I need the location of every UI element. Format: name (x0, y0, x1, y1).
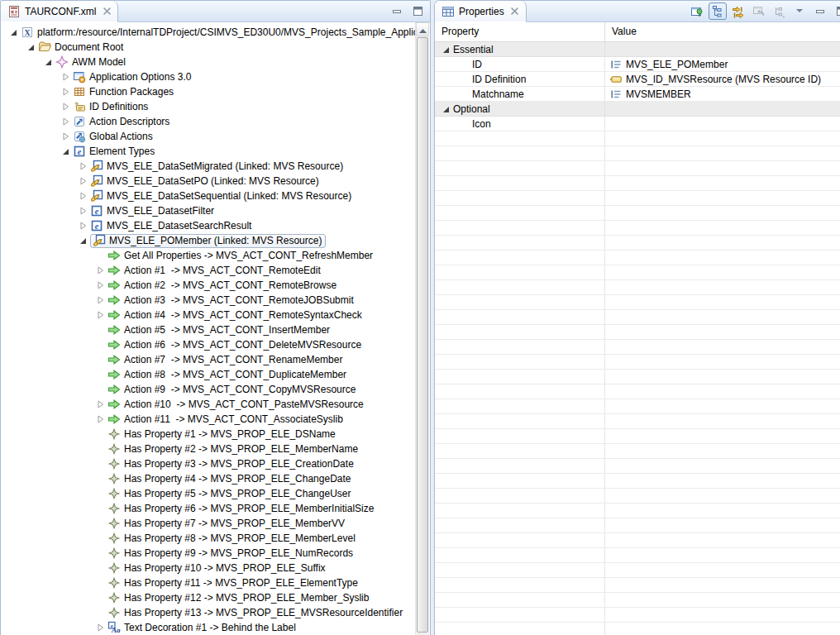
tree-row[interactable]: Has Property #12 -> MVS_PROP_ELE_Member_… (2, 590, 415, 605)
tree-item[interactable]: Has Property #2 -> MVS_PROP_ELE_MemberNa… (107, 442, 361, 456)
tree-row[interactable]: Action #7 -> MVS_ACT_CONT_RenameMember (2, 352, 415, 367)
collapse-icon[interactable] (440, 103, 451, 115)
expand-icon[interactable] (60, 101, 71, 112)
tree-item[interactable]: Action #8 -> MVS_ACT_CONT_DuplicateMembe… (107, 367, 350, 382)
tree-item[interactable]: Action #6 -> MVS_ACT_CONT_DeleteMVSResou… (107, 337, 365, 352)
expand-icon[interactable] (94, 399, 106, 410)
property-row[interactable]: MatchnameMVSMEMBER (435, 87, 840, 102)
category-row[interactable]: Essential (435, 42, 840, 57)
tree-row[interactable]: Application Options 3.0 (2, 69, 415, 84)
new-properties-view-button[interactable] (688, 2, 706, 20)
tree-item[interactable]: eAaText Decoration #1 -> Behind the Labe… (107, 620, 299, 635)
tree-item[interactable]: Get All Properties -> MVS_ACT_CONT_Refre… (107, 248, 376, 263)
tree-item[interactable]: Action #7 -> MVS_ACT_CONT_RenameMember (107, 352, 346, 367)
tree-row[interactable]: Action #10 -> MVS_ACT_CONT_PasteMVSResou… (2, 397, 415, 412)
collapse-icon[interactable] (42, 56, 54, 68)
property-row[interactable]: IDMVS_ELE_POMember (435, 57, 840, 72)
expand-icon[interactable] (94, 413, 106, 425)
maximize-icon[interactable] (836, 6, 840, 17)
tree-item[interactable]: Action #3 -> MVS_ACT_CONT_RemoteJOBSubmi… (107, 293, 357, 308)
collapse-icon[interactable] (60, 146, 71, 157)
tree-row[interactable]: Has Property #5 -> MVS_PROP_ELE_ChangeUs… (2, 486, 415, 501)
tree-row[interactable]: Has Property #10 -> MVS_PROP_ELE_Suffix (2, 561, 415, 575)
tree-item[interactable]: Document Root (38, 40, 126, 55)
expand-icon[interactable] (77, 190, 88, 202)
tree-item[interactable]: eMVS_ELE_DatasetSearchResult (90, 218, 255, 233)
tree-item[interactable]: Has Property #8 -> MVS_PROP_ELE_MemberLe… (107, 531, 359, 546)
tree-row[interactable]: eMVS_ELE_POMember (Linked: MVS Resource) (2, 233, 415, 248)
tree-item[interactable]: Has Property #9 -> MVS_PROP_ELE_NumRecor… (107, 546, 356, 561)
tree-item[interactable]: Action #9 -> MVS_ACT_CONT_CopyMVSResourc… (107, 382, 359, 397)
tree-item[interactable]: eMVS_ELE_DatasetFilter (90, 203, 217, 218)
tree-item[interactable]: Global Actions (73, 129, 156, 144)
tree-item[interactable]: Action Descriptors (73, 114, 173, 129)
tree-row[interactable]: Has Property #8 -> MVS_PROP_ELE_MemberLe… (2, 531, 415, 546)
tree-row[interactable]: Has Property #9 -> MVS_PROP_ELE_NumRecor… (2, 546, 415, 561)
tree-row[interactable]: Action #8 -> MVS_ACT_CONT_DuplicateMembe… (2, 367, 415, 382)
view-menu-button[interactable] (790, 1, 809, 18)
tree-row[interactable]: Action #2 -> MVS_ACT_CONT_RemoteBrowse (2, 278, 415, 293)
tree-row[interactable]: Xplatform:/resource/InternalTDProject/CS… (2, 25, 415, 40)
tree-item[interactable]: Application Options 3.0 (73, 69, 194, 84)
tree-item[interactable]: Has Property #10 -> MVS_PROP_ELE_Suffix (107, 561, 329, 575)
tree-item[interactable]: Has Property #4 -> MVS_PROP_ELE_ChangeDa… (107, 471, 354, 486)
tree-item[interactable]: Function Packages (73, 84, 177, 99)
tree-item[interactable]: Has Property #3 -> MVS_PROP_ELE_Creation… (107, 456, 357, 471)
tree-row[interactable]: Action #1 -> MVS_ACT_CONT_RemoteEdit (2, 263, 415, 278)
tree-row[interactable]: eMVS_ELE_DatasetFilter (2, 203, 415, 218)
collapse-icon[interactable] (440, 44, 451, 55)
expand-icon[interactable] (94, 622, 106, 633)
tree-item[interactable]: Has Property #11 -> MVS_PROP_ELE_Element… (107, 575, 361, 590)
property-value-cell[interactable] (605, 117, 840, 131)
tree-row[interactable]: Global Actions (2, 129, 415, 144)
tree-row[interactable]: Has Property #3 -> MVS_PROP_ELE_Creation… (2, 456, 415, 471)
tree-item[interactable]: ?ID Definitions (73, 99, 151, 114)
tab-properties[interactable]: Properties (435, 1, 527, 22)
minimize-icon[interactable] (392, 6, 403, 17)
expand-icon[interactable] (77, 160, 88, 172)
tree-row[interactable]: Has Property #1 -> MVS_PROP_ELE_DSName (2, 427, 415, 442)
scroll-up-button[interactable] (416, 22, 429, 36)
tree-row[interactable]: AWM Model (2, 55, 415, 69)
tree-row[interactable]: Action #3 -> MVS_ACT_CONT_RemoteJOBSubmi… (2, 293, 415, 308)
tree-row[interactable]: Has Property #7 -> MVS_PROP_ELE_MemberVV (2, 516, 415, 531)
tree-item[interactable]: Has Property #12 -> MVS_PROP_ELE_Member_… (107, 590, 372, 605)
tree-item[interactable]: Has Property #5 -> MVS_PROP_ELE_ChangeUs… (107, 486, 354, 501)
expand-icon[interactable] (94, 265, 106, 276)
tree-item[interactable]: Has Property #6 -> MVS_PROP_ELE_MemberIn… (107, 501, 377, 516)
expand-icon[interactable] (77, 220, 88, 232)
vertical-scrollbar[interactable] (415, 22, 429, 635)
tree-row[interactable]: Document Root (2, 40, 415, 55)
property-value-cell[interactable]: MVS_ID_MVSResource (MVS Resource ID) (605, 72, 840, 86)
expand-icon[interactable] (94, 294, 106, 306)
close-icon[interactable] (102, 7, 112, 17)
expand-icon[interactable] (60, 131, 71, 142)
tree-row[interactable]: Has Property #6 -> MVS_PROP_ELE_MemberIn… (2, 501, 415, 516)
tree-row[interactable]: Action Descriptors (2, 114, 415, 129)
tree-row[interactable]: Get All Properties -> MVS_ACT_CONT_Refre… (2, 248, 415, 263)
maximize-icon[interactable] (413, 6, 423, 17)
tree-item[interactable]: Xplatform:/resource/InternalTDProject/CS… (21, 25, 415, 40)
tree-row[interactable]: Action #6 -> MVS_ACT_CONT_DeleteMVSResou… (2, 337, 415, 352)
tree-item[interactable]: Has Property #7 -> MVS_PROP_ELE_MemberVV (107, 516, 348, 531)
collapse-icon[interactable] (77, 235, 88, 246)
expand-icon[interactable] (77, 175, 88, 187)
tree-item[interactable]: Action #11 -> MVS_ACT_CONT_AssociateSysl… (107, 412, 346, 427)
collapse-icon[interactable] (25, 41, 36, 53)
tree-item[interactable]: eMVS_ELE_DataSetSequential (Linked: MVS … (90, 189, 355, 203)
tree-item[interactable]: Action #1 -> MVS_ACT_CONT_RemoteEdit (107, 263, 324, 278)
show-advanced-properties-button[interactable] (729, 2, 747, 20)
tree-item[interactable]: eElement Types (73, 144, 158, 159)
expand-icon[interactable] (60, 71, 71, 83)
tree-row[interactable]: Action #4 -> MVS_ACT_CONT_RemoteSyntaxCh… (2, 308, 415, 322)
expand-icon[interactable] (94, 279, 106, 291)
tree-item[interactable]: Has Property #1 -> MVS_PROP_ELE_DSName (107, 427, 339, 442)
property-value-cell[interactable]: MVS_ELE_POMember (605, 57, 840, 71)
tree-row[interactable]: Has Property #13 -> MVS_PROP_ELE_MVSReso… (2, 605, 415, 620)
tree-row[interactable]: Function Packages (2, 84, 415, 99)
tree-row[interactable]: eMVS_ELE_DataSetMigrated (Linked: MVS Re… (2, 159, 415, 174)
tree-item[interactable]: eMVS_ELE_DataSetMigrated (Linked: MVS Re… (90, 159, 346, 174)
property-row[interactable]: Icon (435, 117, 840, 131)
tree-row[interactable]: Action #11 -> MVS_ACT_CONT_AssociateSysl… (2, 412, 415, 427)
tree-row[interactable]: Action #5 -> MVS_ACT_CONT_InsertMember (2, 322, 415, 337)
